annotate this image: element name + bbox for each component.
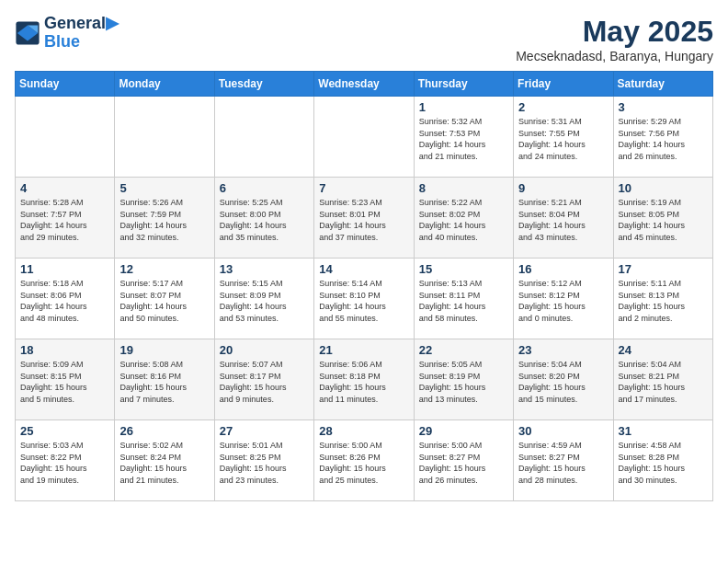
month-title: May 2025 — [516, 15, 713, 49]
calendar-day-cell: 21Sunrise: 5:06 AM Sunset: 8:18 PM Dayli… — [314, 339, 414, 420]
calendar-week-row: 4Sunrise: 5:28 AM Sunset: 7:57 PM Daylig… — [16, 178, 713, 259]
day-info: Sunrise: 5:13 AM Sunset: 8:11 PM Dayligh… — [419, 278, 508, 324]
logo: General▶ Blue — [15, 15, 119, 52]
weekday-header-row: SundayMondayTuesdayWednesdayThursdayFrid… — [16, 72, 713, 97]
day-number: 7 — [319, 181, 408, 195]
calendar-day-cell — [16, 97, 115, 178]
calendar-day-cell: 24Sunrise: 5:04 AM Sunset: 8:21 PM Dayli… — [613, 339, 712, 420]
day-number: 25 — [20, 424, 109, 438]
calendar-day-cell: 22Sunrise: 5:05 AM Sunset: 8:19 PM Dayli… — [414, 339, 513, 420]
calendar-week-row: 25Sunrise: 5:03 AM Sunset: 8:22 PM Dayli… — [16, 420, 713, 501]
day-info: Sunrise: 5:17 AM Sunset: 8:07 PM Dayligh… — [119, 278, 209, 324]
calendar-day-cell: 18Sunrise: 5:09 AM Sunset: 8:15 PM Dayli… — [16, 339, 115, 420]
day-number: 26 — [119, 424, 209, 438]
day-number: 9 — [518, 181, 608, 195]
calendar-day-cell: 9Sunrise: 5:21 AM Sunset: 8:04 PM Daylig… — [514, 178, 613, 259]
calendar-day-cell — [214, 97, 313, 178]
day-info: Sunrise: 5:05 AM Sunset: 8:19 PM Dayligh… — [419, 359, 508, 405]
day-number: 1 — [419, 100, 508, 114]
calendar-day-cell: 19Sunrise: 5:08 AM Sunset: 8:16 PM Dayli… — [115, 339, 214, 420]
calendar-day-cell: 28Sunrise: 5:00 AM Sunset: 8:26 PM Dayli… — [314, 420, 414, 501]
day-info: Sunrise: 5:06 AM Sunset: 8:18 PM Dayligh… — [319, 359, 408, 405]
calendar-day-cell: 12Sunrise: 5:17 AM Sunset: 8:07 PM Dayli… — [115, 259, 214, 339]
calendar-week-row: 1Sunrise: 5:32 AM Sunset: 7:53 PM Daylig… — [16, 97, 713, 178]
day-info: Sunrise: 5:19 AM Sunset: 8:05 PM Dayligh… — [619, 197, 708, 243]
calendar-day-cell: 13Sunrise: 5:15 AM Sunset: 8:09 PM Dayli… — [214, 259, 313, 339]
weekday-header-cell: Friday — [514, 72, 613, 97]
day-number: 30 — [518, 424, 608, 438]
day-info: Sunrise: 5:04 AM Sunset: 8:20 PM Dayligh… — [518, 359, 608, 405]
calendar-day-cell: 27Sunrise: 5:01 AM Sunset: 8:25 PM Dayli… — [214, 420, 313, 501]
day-number: 14 — [319, 262, 408, 276]
day-number: 11 — [20, 262, 109, 276]
calendar-day-cell: 1Sunrise: 5:32 AM Sunset: 7:53 PM Daylig… — [414, 97, 513, 178]
day-number: 29 — [419, 424, 508, 438]
day-number: 18 — [20, 343, 109, 357]
calendar-day-cell: 30Sunrise: 4:59 AM Sunset: 8:27 PM Dayli… — [514, 420, 613, 501]
day-info: Sunrise: 5:09 AM Sunset: 8:15 PM Dayligh… — [20, 359, 109, 405]
day-info: Sunrise: 5:07 AM Sunset: 8:17 PM Dayligh… — [220, 359, 309, 405]
calendar-day-cell: 11Sunrise: 5:18 AM Sunset: 8:06 PM Dayli… — [16, 259, 115, 339]
day-info: Sunrise: 5:18 AM Sunset: 8:06 PM Dayligh… — [20, 278, 109, 324]
calendar-day-cell: 7Sunrise: 5:23 AM Sunset: 8:01 PM Daylig… — [314, 178, 414, 259]
weekday-header-cell: Tuesday — [214, 72, 313, 97]
day-number: 2 — [518, 100, 608, 114]
calendar-day-cell: 25Sunrise: 5:03 AM Sunset: 8:22 PM Dayli… — [16, 420, 115, 501]
day-number: 28 — [319, 424, 408, 438]
calendar-day-cell: 15Sunrise: 5:13 AM Sunset: 8:11 PM Dayli… — [414, 259, 513, 339]
day-number: 31 — [619, 424, 708, 438]
title-block: May 2025 Mecseknadasd, Baranya, Hungary — [516, 15, 713, 63]
location-subtitle: Mecseknadasd, Baranya, Hungary — [516, 49, 713, 63]
day-number: 5 — [119, 181, 209, 195]
weekday-header-cell: Wednesday — [314, 72, 414, 97]
calendar-day-cell: 2Sunrise: 5:31 AM Sunset: 7:55 PM Daylig… — [514, 97, 613, 178]
day-number: 4 — [20, 181, 109, 195]
calendar-day-cell: 29Sunrise: 5:00 AM Sunset: 8:27 PM Dayli… — [414, 420, 513, 501]
day-info: Sunrise: 5:26 AM Sunset: 7:59 PM Dayligh… — [119, 197, 209, 243]
day-info: Sunrise: 5:23 AM Sunset: 8:01 PM Dayligh… — [319, 197, 408, 243]
calendar-week-row: 18Sunrise: 5:09 AM Sunset: 8:15 PM Dayli… — [16, 339, 713, 420]
page-header: General▶ Blue May 2025 Mecseknadasd, Bar… — [15, 15, 713, 63]
calendar-week-row: 11Sunrise: 5:18 AM Sunset: 8:06 PM Dayli… — [16, 259, 713, 339]
day-info: Sunrise: 4:59 AM Sunset: 8:27 PM Dayligh… — [518, 440, 608, 486]
day-info: Sunrise: 5:14 AM Sunset: 8:10 PM Dayligh… — [319, 278, 408, 324]
day-info: Sunrise: 5:00 AM Sunset: 8:27 PM Dayligh… — [419, 440, 508, 486]
day-info: Sunrise: 4:58 AM Sunset: 8:28 PM Dayligh… — [619, 440, 708, 486]
day-info: Sunrise: 5:01 AM Sunset: 8:25 PM Dayligh… — [220, 440, 309, 486]
calendar-day-cell: 31Sunrise: 4:58 AM Sunset: 8:28 PM Dayli… — [613, 420, 712, 501]
day-number: 10 — [619, 181, 708, 195]
day-info: Sunrise: 5:32 AM Sunset: 7:53 PM Dayligh… — [419, 116, 508, 162]
day-number: 16 — [518, 262, 608, 276]
day-info: Sunrise: 5:22 AM Sunset: 8:02 PM Dayligh… — [419, 197, 508, 243]
day-number: 13 — [220, 262, 309, 276]
calendar-day-cell: 16Sunrise: 5:12 AM Sunset: 8:12 PM Dayli… — [514, 259, 613, 339]
day-info: Sunrise: 5:31 AM Sunset: 7:55 PM Dayligh… — [518, 116, 608, 162]
day-number: 6 — [220, 181, 309, 195]
day-info: Sunrise: 5:25 AM Sunset: 8:00 PM Dayligh… — [220, 197, 309, 243]
day-number: 15 — [419, 262, 508, 276]
calendar-day-cell: 20Sunrise: 5:07 AM Sunset: 8:17 PM Dayli… — [214, 339, 313, 420]
day-info: Sunrise: 5:29 AM Sunset: 7:56 PM Dayligh… — [619, 116, 708, 162]
day-number: 24 — [619, 343, 708, 357]
day-info: Sunrise: 5:08 AM Sunset: 8:16 PM Dayligh… — [119, 359, 209, 405]
day-number: 21 — [319, 343, 408, 357]
day-info: Sunrise: 5:00 AM Sunset: 8:26 PM Dayligh… — [319, 440, 408, 486]
calendar-day-cell: 10Sunrise: 5:19 AM Sunset: 8:05 PM Dayli… — [613, 178, 712, 259]
day-number: 22 — [419, 343, 508, 357]
day-info: Sunrise: 5:15 AM Sunset: 8:09 PM Dayligh… — [220, 278, 309, 324]
day-number: 3 — [619, 100, 708, 114]
weekday-header-cell: Saturday — [613, 72, 712, 97]
day-info: Sunrise: 5:28 AM Sunset: 7:57 PM Dayligh… — [20, 197, 109, 243]
day-number: 19 — [119, 343, 209, 357]
day-info: Sunrise: 5:03 AM Sunset: 8:22 PM Dayligh… — [20, 440, 109, 486]
logo-text: General▶ Blue — [44, 15, 119, 52]
day-number: 20 — [220, 343, 309, 357]
day-number: 23 — [518, 343, 608, 357]
day-info: Sunrise: 5:02 AM Sunset: 8:24 PM Dayligh… — [119, 440, 209, 486]
calendar-day-cell: 17Sunrise: 5:11 AM Sunset: 8:13 PM Dayli… — [613, 259, 712, 339]
day-info: Sunrise: 5:12 AM Sunset: 8:12 PM Dayligh… — [518, 278, 608, 324]
calendar-day-cell: 6Sunrise: 5:25 AM Sunset: 8:00 PM Daylig… — [214, 178, 313, 259]
calendar-day-cell: 4Sunrise: 5:28 AM Sunset: 7:57 PM Daylig… — [16, 178, 115, 259]
calendar-day-cell: 8Sunrise: 5:22 AM Sunset: 8:02 PM Daylig… — [414, 178, 513, 259]
day-number: 8 — [419, 181, 508, 195]
